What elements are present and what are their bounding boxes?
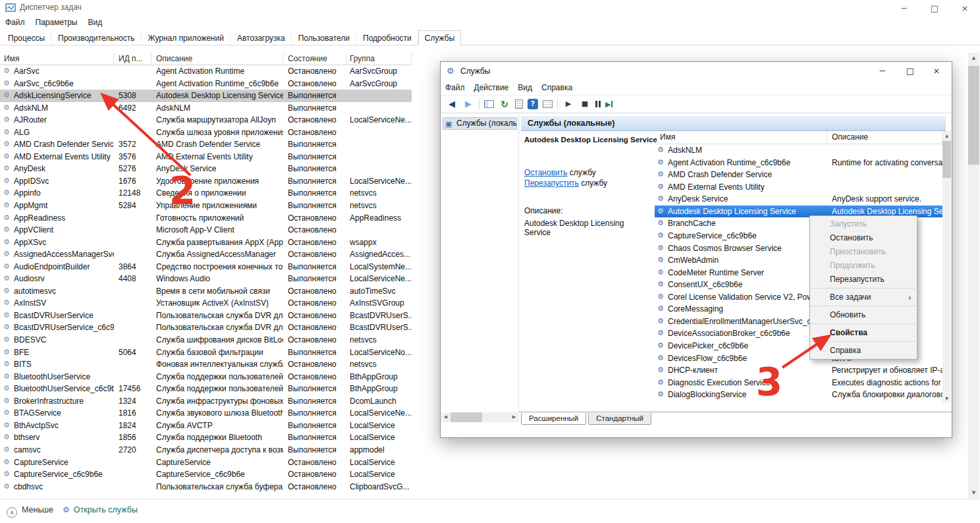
scrollbar-thumb[interactable]	[968, 66, 979, 165]
table-row[interactable]: ⚙AdskLicensingService 5308 Autodesk Desk…	[0, 90, 412, 102]
table-row[interactable]: ⚙AxInstSV Установщик ActiveX (AxInstSV) …	[0, 297, 412, 310]
context-menu-item[interactable]: ›	[811, 306, 916, 306]
scroll-right-icon[interactable]: ▶	[509, 412, 519, 422]
table-row[interactable]: ⚙AdskNLM 6492 AdskNLM Выполняется	[0, 102, 412, 115]
context-menu-item[interactable]: ›	[811, 288, 916, 289]
table-row[interactable]: ⚙CaptureService CaptureService Остановле…	[0, 456, 412, 469]
view-tab[interactable]: Стандартный	[588, 413, 651, 425]
back-icon[interactable]: ◀	[446, 98, 458, 110]
vertical-scrollbar[interactable]: ▲ ▼	[968, 53, 979, 498]
table-row[interactable]: ⚙BITS Фоновая интеллектуальная служба...…	[0, 358, 412, 371]
horizontal-scrollbar[interactable]: ◀ ▶	[441, 412, 519, 422]
table-row[interactable]: ⚙BDESVC Служба шифрования дисков BitLoc.…	[0, 334, 412, 346]
table-row[interactable]: ⚙BcastDVRUserService Пользовательская сл…	[0, 310, 412, 322]
tab[interactable]: Подробности	[356, 30, 418, 45]
fewer-details-button[interactable]: ∧Меньше	[7, 505, 53, 518]
table-row[interactable]: ⚙bthserv 1856 Служба поддержки Bluetooth…	[0, 431, 412, 444]
tab[interactable]: Пользователи	[292, 30, 356, 45]
list-column-description[interactable]: Описание	[827, 131, 942, 144]
maximize-button[interactable]: □	[919, 0, 950, 17]
minimize-button[interactable]: −	[889, 0, 919, 17]
context-menu-item[interactable]: Свойства ›	[810, 326, 917, 340]
column-header-group[interactable]: Группа	[346, 53, 412, 65]
context-menu-item[interactable]: Перезапустить ›	[810, 273, 917, 287]
context-menu-item[interactable]: Остановить ›	[810, 231, 917, 245]
scroll-down-icon[interactable]: ▼	[968, 487, 979, 498]
context-menu-item[interactable]: Приостановить ›	[810, 245, 917, 259]
table-row[interactable]: ⚙AppVClient Microsoft App-V Client Остан…	[0, 224, 412, 236]
scroll-up-icon[interactable]: ▲	[968, 53, 979, 63]
menu-item[interactable]: Параметры	[36, 16, 78, 29]
context-menu-item[interactable]: Запустить ›	[810, 217, 917, 231]
table-row[interactable]: ⚙AudioEndpointBuilder 3864 Средство пост…	[0, 261, 412, 273]
column-header-pid[interactable]: ИД п...	[114, 53, 151, 65]
tab[interactable]: Производительность	[51, 30, 141, 45]
menu-item[interactable]: Вид	[518, 80, 532, 95]
tab[interactable]: Автозагрузка	[231, 30, 292, 45]
service-list-item[interactable]: ⚙DHCP-клиент Регистрирует и обновляет IP…	[655, 364, 942, 377]
service-list-item[interactable]: ⚙Agent Activation Runtime_c6c9b6e Runtim…	[655, 157, 942, 169]
context-menu-item[interactable]: Все задачи ›	[810, 290, 917, 304]
table-row[interactable]: ⚙BluetoothUserService_c6c9b... 17456 Слу…	[0, 383, 412, 395]
minimize-button[interactable]: −	[871, 62, 894, 80]
table-row[interactable]: ⚙AMD Crash Defender Service 3572 AMD Cra…	[0, 138, 412, 151]
table-row[interactable]: ⚙AssignedAccessManagerSvc Служба Assigne…	[0, 248, 412, 261]
table-row[interactable]: ⚙BluetoothUserService Служба поддержки п…	[0, 371, 412, 383]
pause-service-icon[interactable]	[595, 101, 601, 107]
table-row[interactable]: ⚙AarSvc Agent Activation Runtime Останов…	[0, 65, 412, 78]
column-header-name[interactable]: Имя	[0, 53, 114, 65]
restart-service-link[interactable]: Перезапустить	[524, 179, 579, 188]
restart-service-icon[interactable]: ▶	[605, 100, 612, 109]
context-menu-item[interactable]: Продолжить ›	[810, 259, 917, 273]
table-row[interactable]: ⚙BTAGService 1816 Служба звукового шлюза…	[0, 407, 412, 420]
scroll-down-icon[interactable]: ▼	[942, 394, 951, 402]
service-list-item[interactable]: ⚙AnyDesk Service AnyDesk support service…	[655, 193, 942, 206]
table-row[interactable]: ⚙autotimesvc Время в сети мобильной связ…	[0, 285, 412, 298]
scrollbar-thumb[interactable]	[942, 141, 951, 178]
service-list-item[interactable]: ⚙AMD External Events Utility	[655, 181, 942, 194]
table-row[interactable]: ⚙BcastDVRUserService_c6c9b... Пользовате…	[0, 321, 412, 334]
refresh-icon[interactable]: ↻	[499, 98, 510, 110]
menu-item[interactable]: Справка	[541, 80, 572, 95]
scroll-up-icon[interactable]: ▲	[942, 131, 951, 140]
table-row[interactable]: ⚙AarSvc_c6c9b6e Agent Activation Runtime…	[0, 78, 412, 90]
context-menu-item[interactable]: ›	[811, 341, 916, 342]
context-menu-item[interactable]: ›	[811, 323, 916, 324]
maximize-button[interactable]: □	[899, 62, 921, 80]
start-service-icon[interactable]: ▶	[562, 98, 574, 110]
tab[interactable]: Журнал приложений	[142, 30, 231, 45]
table-row[interactable]: ⚙camsvc 2720 Служба диспетчера доступа к…	[0, 444, 412, 456]
list-column-name[interactable]: Имя	[655, 131, 827, 144]
close-button[interactable]: ×	[950, 0, 980, 17]
table-row[interactable]: ⚙ALG Служба шлюза уровня приложения Оста…	[0, 126, 412, 139]
context-menu-item[interactable]: Обновить ›	[810, 308, 917, 322]
help-icon[interactable]: ?	[528, 99, 538, 109]
view-tab[interactable]: Расширенный	[521, 413, 586, 425]
table-row[interactable]: ⚙BrokerInfrastructure 1324 Служба инфрас…	[0, 395, 412, 408]
stop-service-icon[interactable]: ■	[579, 98, 591, 110]
menu-item[interactable]: Действие	[474, 80, 509, 95]
forward-icon[interactable]: ▶	[462, 98, 474, 110]
list-vertical-scrollbar[interactable]: ▲ ▼	[942, 131, 951, 402]
table-row[interactable]: ⚙cbdhsvc Пользовательская служба буфера …	[0, 481, 412, 493]
service-list-item[interactable]: ⚙AdskNLM	[655, 144, 942, 157]
table-row[interactable]: ⚙AppReadiness Готовность приложений Оста…	[0, 212, 412, 225]
table-row[interactable]: ⚙AppMgmt 5284 Управление приложениями Вы…	[0, 200, 412, 212]
table-row[interactable]: ⚙AppIDSvc 1676 Удостоверение приложения …	[0, 175, 412, 188]
context-menu-item[interactable]: Справка ›	[810, 344, 917, 358]
menu-item[interactable]: Вид	[88, 16, 102, 29]
column-header-status[interactable]: Состояние	[283, 53, 346, 65]
console-tree-icon[interactable]	[484, 100, 494, 108]
table-row[interactable]: ⚙AJRouter Служба маршрутизатора AllJoyn …	[0, 114, 412, 126]
tab[interactable]: Службы	[418, 30, 461, 45]
menu-item[interactable]: Файл	[5, 16, 25, 29]
tree-item-services-local[interactable]: ▣Службы (локальн	[443, 117, 517, 130]
service-list-item[interactable]: ⚙DialogBlockingService Служба блокировки…	[655, 389, 942, 401]
properties-icon[interactable]	[543, 100, 553, 108]
tab[interactable]: Процессы	[1, 30, 51, 45]
table-row[interactable]: ⚙BthAvctpSvc 1824 Служба AVCTP Выполняет…	[0, 420, 412, 432]
table-row[interactable]: ⚙AnyDesk 5276 AnyDesk Service Выполняетс…	[0, 163, 412, 175]
table-row[interactable]: ⚙AppXSvc Служба развертывания AppX (App.…	[0, 236, 412, 249]
table-row[interactable]: ⚙BFE 5064 Служба базовой фильтрации Выпо…	[0, 346, 412, 359]
close-button[interactable]: ×	[925, 62, 948, 80]
